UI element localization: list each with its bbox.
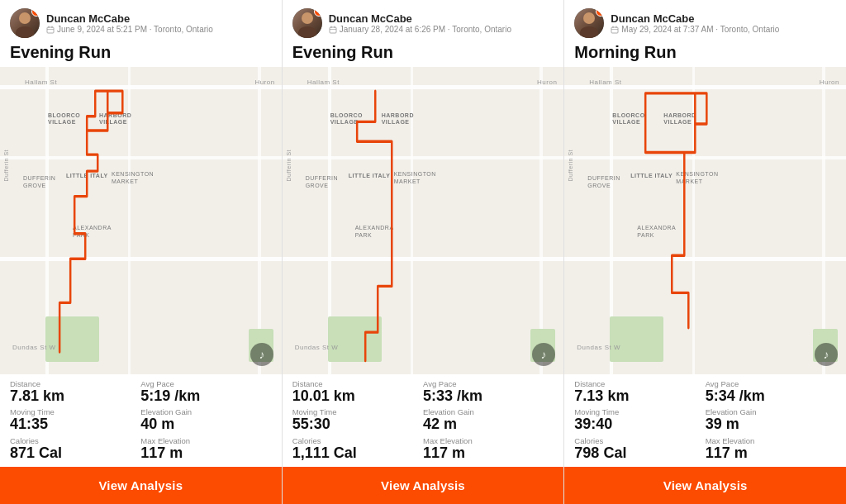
calendar-icon [611,26,619,34]
map-container: Hallam St Huron BLOORCOVILLAGE HARBORDVI… [283,67,564,374]
stat-moving-time: Moving Time 41:35 [10,407,140,433]
stat-calories: Calories 871 Cal [10,436,140,462]
max-elevation-value: 117 m [140,445,271,462]
view-analysis-button[interactable]: View Analysis [564,467,846,504]
stat-calories: Calories 798 Cal [574,436,705,462]
distance-value: 7.13 km [574,388,705,405]
user-name: Duncan McCabe [329,12,511,25]
header-info: Duncan McCabe May 29, 2024 at 7:37 AM · … [611,12,779,34]
run-meta: January 28, 2024 at 6:26 PM · Toronto, O… [329,25,511,34]
stat-avg-pace: Avg Pace 5:19 /km [140,379,271,405]
stat-moving-time: Moving Time 39:40 [574,407,705,433]
tiktok-watermark: ♪ [813,341,839,368]
header-info: Duncan McCabe January 28, 2024 at 6:26 P… [329,12,511,34]
card-header: Duncan McCabe May 29, 2024 at 7:37 AM · … [564,0,846,43]
strava-badge [596,8,604,17]
stat-calories: Calories 1,111 Cal [292,436,423,462]
tiktok-watermark: ♪ [249,341,275,368]
stat-avg-pace: Avg Pace 5:33 /km [423,379,554,405]
avg-pace-label: Avg Pace [706,379,836,388]
card-header: Duncan McCabe June 9, 2024 at 5:21 PM · … [0,0,282,43]
calendar-icon [46,26,55,34]
stat-elevation-gain: Elevation Gain 42 m [423,407,554,433]
calories-value: 871 Cal [10,445,140,462]
calories-value: 798 Cal [574,445,705,462]
elevation-gain-value: 39 m [706,416,836,433]
strava-badge [314,8,322,17]
run-meta: June 9, 2024 at 5:21 PM · Toronto, Ontar… [46,25,213,34]
moving-time-value: 55:30 [292,416,423,433]
moving-time-value: 39:40 [574,416,705,433]
calories-value: 1,111 Cal [292,445,423,462]
run-card-3: Duncan McCabe May 29, 2024 at 7:37 AM · … [564,0,846,504]
moving-time-value: 41:35 [10,416,140,433]
avg-pace-value: 5:19 /km [140,388,271,405]
svg-rect-12 [611,27,618,33]
run-title: Morning Run [564,43,846,67]
stat-elevation-gain: Elevation Gain 39 m [706,407,836,433]
stat-elevation-gain: Elevation Gain 40 m [140,407,271,433]
svg-text:♪: ♪ [259,348,264,361]
svg-rect-6 [330,27,336,33]
stat-distance: Distance 10.01 km [292,379,423,405]
map-container: Hallam St Huron BLOORCOVILLAGE HARBORDVI… [564,67,846,374]
stat-moving-time: Moving Time 55:30 [292,407,423,433]
stats-grid: Distance 10.01 km Avg Pace 5:33 /km Movi… [283,374,564,467]
user-name: Duncan McCabe [611,12,779,25]
distance-label: Distance [574,379,705,388]
max-elevation-value: 117 m [423,445,554,462]
header-info: Duncan McCabe June 9, 2024 at 5:21 PM · … [46,12,213,34]
max-elevation-value: 117 m [706,445,836,462]
cards-container: Duncan McCabe June 9, 2024 at 5:21 PM · … [0,0,846,504]
card-header: Duncan McCabe January 28, 2024 at 6:26 P… [283,0,564,43]
distance-label: Distance [10,379,140,388]
distance-value: 10.01 km [292,388,423,405]
elevation-gain-value: 40 m [140,416,271,433]
avatar [292,8,322,38]
avg-pace-label: Avg Pace [423,379,554,388]
stats-grid: Distance 7.81 km Avg Pace 5:19 /km Movin… [0,374,282,467]
run-title: Evening Run [0,43,282,67]
stats-grid: Distance 7.13 km Avg Pace 5:34 /km Movin… [564,374,846,467]
svg-rect-0 [47,27,54,33]
distance-label: Distance [292,379,423,388]
avatar [574,8,604,38]
strava-badge [31,8,40,17]
run-card-2: Duncan McCabe January 28, 2024 at 6:26 P… [283,0,565,504]
stat-avg-pace: Avg Pace 5:34 /km [706,379,836,405]
tiktok-watermark: ♪ [530,341,557,368]
run-title: Evening Run [283,43,564,67]
calendar-icon [329,26,337,34]
stat-max-elevation: Max Elevation 117 m [423,436,554,462]
distance-value: 7.81 km [10,388,140,405]
user-name: Duncan McCabe [46,12,213,25]
view-analysis-button[interactable]: View Analysis [283,467,564,504]
run-card-1: Duncan McCabe June 9, 2024 at 5:21 PM · … [0,0,283,504]
avatar [10,8,40,38]
stat-distance: Distance 7.81 km [10,379,140,405]
avg-pace-value: 5:34 /km [706,388,836,405]
stat-max-elevation: Max Elevation 117 m [706,436,836,462]
view-analysis-button[interactable]: View Analysis [0,467,282,504]
map-container: Hallam St Huron BLOORCOVILLAGE HARBORDVI… [0,67,282,374]
stat-distance: Distance 7.13 km [574,379,705,405]
svg-text:♪: ♪ [541,348,547,361]
svg-text:♪: ♪ [824,348,829,361]
avg-pace-value: 5:33 /km [423,388,554,405]
run-meta: May 29, 2024 at 7:37 AM · Toronto, Ontar… [611,25,779,34]
elevation-gain-value: 42 m [423,416,554,433]
avg-pace-label: Avg Pace [140,379,271,388]
stat-max-elevation: Max Elevation 117 m [140,436,271,462]
